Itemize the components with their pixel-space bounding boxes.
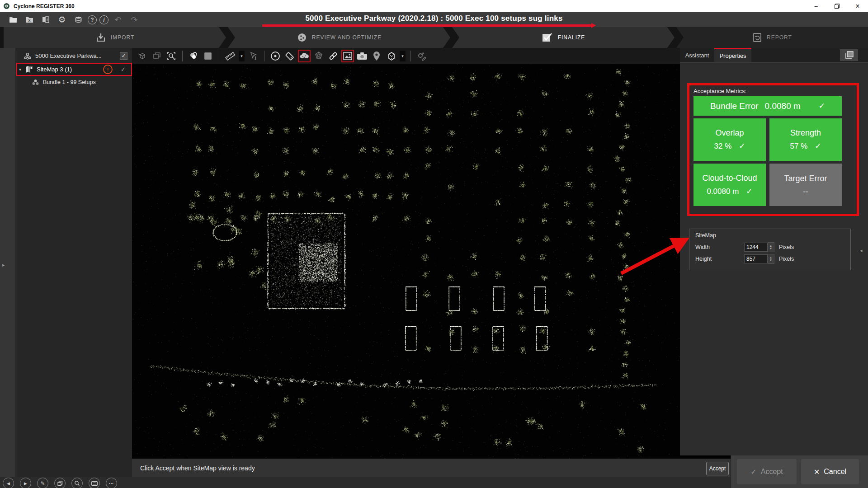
settings-gear-icon[interactable]: ⚙ <box>55 14 69 26</box>
tab-finalize[interactable]: FINALIZE <box>452 27 675 48</box>
tab-review-and-optimize[interactable]: REVIEW AND OPTIMIZE <box>228 27 450 48</box>
accept-small-button[interactable]: Accept <box>706 462 729 475</box>
sidebar-collapse-handle[interactable]: ▸ <box>2 262 5 268</box>
tree-item-project[interactable]: 5000 Executive Parkwa... ✓ <box>15 50 132 62</box>
tab-finalize-label: FINALIZE <box>558 34 585 41</box>
strength-label: Strength <box>790 128 821 138</box>
bundle-error-value: 0.0080 m <box>765 101 801 111</box>
import-model-icon[interactable] <box>137 50 148 62</box>
redo-icon[interactable]: ↷ <box>127 14 141 26</box>
review-optimize-icon <box>297 32 307 43</box>
bundle-icon <box>32 79 39 86</box>
project-tree-panel <box>0 48 132 477</box>
strength-metric: Strength 57 %✓ <box>769 118 842 161</box>
storage-icon[interactable] <box>71 14 85 26</box>
selection-square-icon[interactable] <box>202 50 214 62</box>
link-graph-icon[interactable] <box>313 50 325 62</box>
target-icon[interactable] <box>269 50 281 62</box>
viewport-toolbar: ▾ ▾ <box>132 48 680 64</box>
cloud-to-cloud-metric: Cloud-to-Cloud 0.0080 m✓ <box>693 164 766 206</box>
close-button[interactable]: × <box>847 0 868 12</box>
color-mode-icon[interactable] <box>188 50 199 62</box>
link-icon[interactable] <box>327 50 339 62</box>
navigation-toolbar: ◀ ▶ ✎ ••• <box>3 478 117 488</box>
zoom-window-icon[interactable] <box>165 50 177 62</box>
bundle-error-metric: Bundle Error 0.0080 m ✓ <box>693 96 842 116</box>
sitemap-icon <box>25 66 33 73</box>
tab-review-label: REVIEW AND OPTIMIZE <box>312 34 382 41</box>
point-cloud-viewport[interactable] <box>132 64 680 459</box>
next-button[interactable]: ▶ <box>20 478 31 488</box>
right-panel-collapse-handle[interactable]: ◂ <box>860 248 863 253</box>
tree-item-sitemap-label: SiteMap 3 (1) <box>37 66 72 73</box>
tab-import[interactable]: IMPORT <box>4 27 226 48</box>
report-icon <box>752 33 762 42</box>
overlap-metric: Overlap 32 %✓ <box>693 118 766 161</box>
tab-report[interactable]: REPORT <box>676 27 868 48</box>
cancel-button[interactable]: ✕ Cancel <box>801 459 859 484</box>
width-unit: Pixels <box>779 244 794 250</box>
edit-node-icon[interactable] <box>416 50 428 62</box>
tab-assistant[interactable]: Assistant <box>680 48 714 62</box>
status-message: Click Accept when SiteMap view is ready <box>140 465 255 472</box>
overlap-check-icon: ✓ <box>739 141 745 151</box>
view-3d-dropdown[interactable]: ▾ <box>400 51 406 61</box>
window-title: Cyclone REGISTER 360 <box>14 3 75 9</box>
cloud-to-cloud-value: 0.0080 m <box>707 187 739 196</box>
project-checkbox[interactable]: ✓ <box>120 52 127 60</box>
tab-properties[interactable]: Properties <box>714 48 751 62</box>
toolbar-separator <box>182 51 183 61</box>
pick-info-icon[interactable] <box>247 50 259 62</box>
width-input[interactable] <box>744 243 768 252</box>
cloud-tool-icon[interactable] <box>298 50 310 62</box>
import-icon <box>95 32 106 43</box>
sitemap-check-icon: ✓ <box>121 66 126 73</box>
tab-report-label: REPORT <box>767 34 792 41</box>
tab-underline <box>680 62 868 62</box>
cloud-to-cloud-check-icon: ✓ <box>746 187 752 196</box>
tag-icon[interactable] <box>284 50 296 62</box>
cloud-to-cloud-label: Cloud-to-Cloud <box>702 174 757 183</box>
fit-view-icon[interactable] <box>151 50 163 62</box>
report-manager-icon[interactable] <box>39 14 52 26</box>
project-title: 5000 Executive Parkway (2020.2.18) : 500… <box>190 14 678 23</box>
layout-windows-button[interactable] <box>840 49 858 61</box>
toolbar-separator <box>264 51 264 61</box>
tab-properties-label: Properties <box>719 52 746 59</box>
strength-check-icon: ✓ <box>815 141 821 151</box>
help-icon[interactable]: ? <box>88 15 97 24</box>
height-stepper[interactable]: ▲▼ <box>768 254 774 264</box>
view-3d-cube-icon[interactable] <box>385 50 397 62</box>
width-stepper[interactable]: ▲▼ <box>768 242 774 252</box>
more-button[interactable]: ••• <box>106 478 117 488</box>
zoom-button[interactable] <box>71 478 83 488</box>
expand-caret-icon[interactable]: ▾ <box>19 67 21 72</box>
tree-item-bundle[interactable]: Bundle 1 - 99 Setups <box>15 76 132 88</box>
project-network-icon <box>24 52 32 60</box>
camera-icon[interactable] <box>356 50 368 62</box>
toolbar-separator <box>410 51 411 61</box>
keyboard-button[interactable] <box>89 478 100 488</box>
info-icon[interactable]: i <box>99 15 108 24</box>
image-tool-icon[interactable] <box>342 50 354 62</box>
tree-item-sitemap[interactable]: ▾ SiteMap 3 (1) ! ✓ <box>16 63 132 76</box>
windows-button[interactable] <box>54 478 66 488</box>
minimize-button[interactable]: – <box>806 0 826 12</box>
height-row: Height ▲▼ Pixels <box>695 254 794 264</box>
prev-button[interactable]: ◀ <box>3 478 14 488</box>
overlap-value: 32 % <box>714 142 732 151</box>
maximize-button[interactable] <box>826 0 847 12</box>
accept-button[interactable]: ✓ Accept <box>737 459 797 484</box>
viewport-footer: Click Accept when SiteMap view is ready <box>132 459 731 477</box>
height-input[interactable] <box>744 254 768 263</box>
app-logo-icon <box>3 3 10 9</box>
open-project-icon[interactable] <box>6 14 20 26</box>
delete-project-icon[interactable]: x <box>23 14 36 26</box>
measure-ruler-icon[interactable] <box>224 50 236 62</box>
geotag-pin-icon[interactable] <box>371 50 382 62</box>
draw-button[interactable]: ✎ <box>37 478 48 488</box>
undo-icon[interactable]: ↶ <box>111 14 125 26</box>
measure-dropdown[interactable]: ▾ <box>239 51 245 61</box>
width-label: Width <box>695 244 744 250</box>
finalize-icon <box>542 32 553 43</box>
